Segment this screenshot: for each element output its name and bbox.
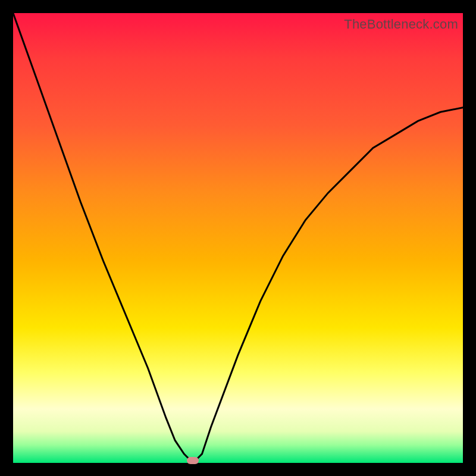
bottleneck-curve bbox=[13, 13, 463, 463]
optimal-point-marker bbox=[187, 457, 199, 464]
